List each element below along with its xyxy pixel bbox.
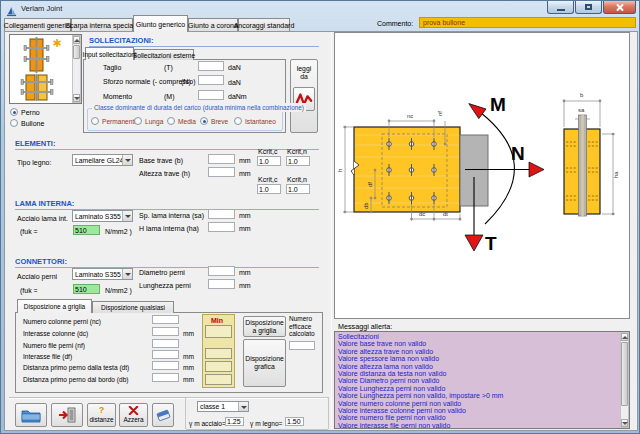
tab-giunto-a-corona[interactable]: Giunto a corona	[188, 18, 238, 31]
base-trave-input[interactable]	[208, 154, 235, 164]
eraser-icon	[155, 408, 172, 423]
alert-item[interactable]: Valore numero file perni non valido	[335, 414, 629, 421]
radio-istantaneo[interactable]: Istantaneo	[234, 117, 276, 125]
chevron-down-icon[interactable]	[122, 155, 132, 165]
radio-breve[interactable]: Breve	[200, 117, 228, 125]
chevron-down-icon[interactable]	[122, 269, 132, 279]
radio-permanenti[interactable]: Permanenti	[91, 117, 136, 125]
tab-ancoraggi-standard[interactable]: Ancoraggi standard	[238, 18, 290, 31]
alert-item[interactable]: Valore altezza trave non valido	[335, 348, 629, 355]
chevron-down-icon[interactable]	[122, 211, 132, 221]
alerts-listbox[interactable]: SollecitazioniValore base trave non vali…	[334, 331, 630, 429]
altezza-lama-label: H lama interna (ha)	[139, 224, 199, 233]
tab-scarpa-interna-speciale[interactable]: Scarpa interna speciale	[71, 18, 133, 31]
interasse-file-input[interactable]	[152, 350, 179, 359]
alert-item[interactable]: Valore interasse file perni non valido	[335, 422, 629, 429]
fuk-lama-input[interactable]	[73, 225, 100, 235]
dim-label-b: b	[580, 92, 584, 98]
titlebar[interactable]: Verlam Joint	[1, 1, 640, 16]
scroll-up-icon[interactable]	[621, 333, 628, 341]
distanza-testa-input[interactable]	[152, 361, 179, 370]
maximize-button[interactable]	[575, 1, 602, 14]
lunghezza-perni-input[interactable]	[208, 279, 235, 289]
tab-sollecitazioni-esterne[interactable]: Sollecitazioni esterne	[134, 49, 194, 60]
radio-media[interactable]: Media	[167, 117, 196, 125]
sforzo-normale-input[interactable]	[198, 75, 224, 85]
kcrit-c-input-1[interactable]	[257, 156, 281, 166]
kcrit-c-input-2[interactable]	[257, 184, 281, 194]
radio-lunga[interactable]: Lunga	[134, 117, 163, 125]
joint-picture-bolt[interactable]	[14, 74, 64, 105]
momento-input[interactable]	[198, 90, 224, 100]
taglio-input[interactable]	[198, 61, 224, 71]
numero-colonne-input[interactable]	[152, 315, 179, 324]
open-button[interactable]	[15, 403, 47, 427]
alerts-scrollbar[interactable]	[620, 332, 629, 428]
radio-bullone[interactable]: Bullone	[10, 119, 44, 127]
scroll-up-icon[interactable]	[73, 36, 80, 44]
kcrit-n-input-2[interactable]	[286, 184, 310, 194]
radio-label: Lunga	[145, 118, 163, 125]
alert-item[interactable]: Valore Diametro perni non valido	[335, 377, 629, 384]
disposizione-grafica-button[interactable]: Disposizione grafica	[243, 339, 286, 387]
alert-item[interactable]: Valore spessore lama non valido	[335, 355, 629, 362]
comment-field[interactable]: prova bullone	[419, 17, 636, 28]
dim-label-h: h	[337, 169, 343, 172]
kcrit-n-input-1[interactable]	[286, 156, 310, 166]
spessore-lama-input[interactable]	[208, 209, 235, 219]
tab-disposizione-griglia[interactable]: Disposizione a griglia	[17, 299, 92, 313]
acciaio-perni-dropdown[interactable]: Laminato S355	[72, 268, 133, 280]
close-button[interactable]	[603, 1, 636, 14]
alert-item[interactable]: Valore Lunghezza perni non valido	[335, 385, 629, 392]
disposizione-griglia-button[interactable]: Disposizione a griglia	[243, 316, 286, 337]
lunghezza-perni-label: Lunghezza perni	[139, 281, 191, 290]
alert-item[interactable]: Valore interasse colonne perni non valid…	[335, 407, 629, 414]
radio-perno[interactable]: Perno	[10, 108, 40, 116]
gamma-legno-value[interactable]	[285, 417, 304, 426]
radio-circle	[10, 108, 18, 116]
alert-item[interactable]: Valore altezza lama non valido	[335, 363, 629, 370]
altezza-trave-input[interactable]	[208, 167, 235, 177]
beam-side-view	[351, 127, 460, 212]
numero-file-input[interactable]	[152, 339, 179, 348]
altezza-lama-input[interactable]	[208, 222, 235, 232]
tab-giunto-generico[interactable]: Giunto generico	[133, 15, 188, 32]
numero-efficace-input[interactable]	[289, 341, 315, 350]
distanze-button[interactable]: ? distanze	[87, 403, 116, 427]
minimize-icon	[557, 9, 565, 11]
tab-disposizione-qualsiasi[interactable]: Disposizione qualsiasi	[92, 301, 174, 313]
joint-picture-pin[interactable]	[14, 37, 64, 77]
eraser-button[interactable]	[152, 403, 174, 427]
scroll-down-icon[interactable]	[621, 419, 628, 427]
alert-item[interactable]: Valore numero colonne perni non valido	[335, 400, 629, 407]
tab-collegamenti-generici[interactable]: Collegamenti generici	[4, 18, 71, 31]
tipo-legno-dropdown[interactable]: Lamellare GL24c	[72, 154, 133, 166]
scrollbar-thumb[interactable]	[73, 45, 80, 59]
picture-list-scrollbar[interactable]	[72, 35, 81, 103]
dim-label-df: df	[367, 182, 373, 187]
alert-item[interactable]: Valore distanza da testa non valido	[335, 370, 629, 377]
minimize-button[interactable]	[547, 1, 574, 14]
exit-button[interactable]	[51, 403, 83, 427]
alert-item[interactable]: Sollecitazioni	[335, 333, 629, 340]
azzera-button[interactable]: Azzera	[119, 403, 148, 427]
asterisk-icon	[54, 39, 61, 47]
distanza-bordo-input[interactable]	[152, 373, 179, 382]
scrollbar-thumb[interactable]	[621, 342, 628, 406]
distanza-bordo-label: Distanza primo perno dal bordo (db)	[23, 375, 129, 384]
diametro-perni-input[interactable]	[208, 266, 235, 276]
dropdown-value: classe 1	[198, 403, 238, 410]
acciaio-lama-dropdown[interactable]: Laminato S355	[72, 210, 133, 222]
shear-label: T	[485, 233, 497, 254]
scroll-down-icon[interactable]	[73, 94, 80, 102]
fuk-perni-input[interactable]	[73, 284, 100, 294]
interasse-colonne-input[interactable]	[152, 327, 179, 336]
tab-input-sollecitazioni[interactable]: Input sollecitazioni	[85, 47, 134, 60]
dim-label-dc: dc	[419, 211, 425, 217]
gamma-acciaio-value[interactable]	[225, 417, 244, 426]
alert-item[interactable]: Valore base trave non valido	[335, 340, 629, 347]
classe-dropdown[interactable]: classe 1	[197, 401, 249, 412]
chevron-down-icon[interactable]	[238, 402, 248, 411]
sforzo-normale-unit: daN	[228, 78, 241, 87]
alert-item[interactable]: Valore Lunghezza perni non valido, impos…	[335, 392, 629, 399]
